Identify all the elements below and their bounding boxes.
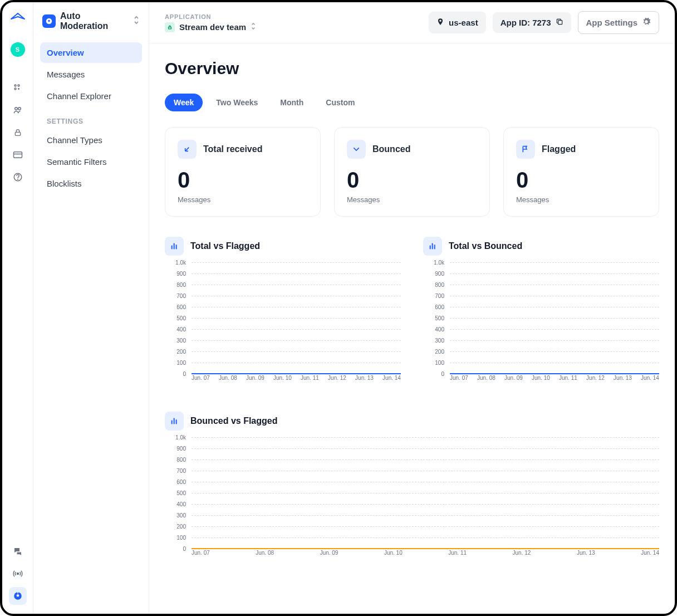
sidebar: Auto Moderation Overview Messages Channe… bbox=[33, 2, 149, 614]
moderation-header-icon bbox=[42, 14, 56, 28]
svg-rect-19 bbox=[174, 243, 175, 250]
icon-rail: S bbox=[2, 2, 33, 614]
svg-rect-6 bbox=[13, 152, 22, 158]
pin-icon bbox=[436, 17, 444, 28]
chart-total-vs-bounced: Total vs Bounced 1.0k9008007006005004003… bbox=[423, 237, 659, 385]
svg-rect-22 bbox=[432, 243, 433, 250]
region-selector[interactable]: us-east bbox=[429, 12, 486, 33]
page-title: Overview bbox=[165, 59, 659, 78]
app-id-label: App ID: 7273 bbox=[501, 18, 551, 27]
lock-icon[interactable] bbox=[9, 124, 27, 141]
tab-week[interactable]: Week bbox=[165, 94, 203, 111]
svg-rect-24 bbox=[171, 421, 173, 424]
sidebar-title: Auto Moderation bbox=[60, 11, 129, 31]
application-label: APPLICATION bbox=[165, 13, 422, 20]
flag-icon bbox=[516, 140, 535, 159]
card-sub: Messages bbox=[347, 195, 477, 204]
chart-title: Total vs Flagged bbox=[190, 241, 260, 251]
svg-point-1 bbox=[18, 85, 19, 86]
svg-rect-25 bbox=[174, 418, 175, 424]
chevron-updown-icon bbox=[251, 22, 256, 32]
stream-logo-icon[interactable] bbox=[10, 11, 26, 25]
svg-point-0 bbox=[14, 85, 16, 86]
svg-rect-17 bbox=[558, 21, 562, 25]
card-bounced: Bounced 0 Messages bbox=[334, 127, 490, 217]
app-settings-button[interactable]: App Settings bbox=[578, 11, 660, 34]
sidebar-header[interactable]: Auto Moderation bbox=[40, 11, 142, 42]
card-sub: Messages bbox=[178, 195, 308, 204]
svg-rect-21 bbox=[430, 246, 431, 250]
svg-rect-5 bbox=[15, 132, 20, 135]
time-range-tabs: Week Two Weeks Month Custom bbox=[165, 94, 659, 111]
card-total-received: Total received 0 Messages bbox=[165, 127, 321, 217]
svg-point-2 bbox=[14, 88, 16, 90]
apps-icon[interactable] bbox=[9, 79, 27, 97]
svg-rect-26 bbox=[176, 419, 177, 424]
svg-rect-23 bbox=[434, 245, 435, 249]
chart-total-vs-flagged: Total vs Flagged 1.0k9008007006005004003… bbox=[165, 237, 401, 385]
chat-icon[interactable] bbox=[9, 542, 27, 560]
svg-point-3 bbox=[14, 107, 17, 110]
card-flagged: Flagged 0 Messages bbox=[503, 127, 659, 217]
card-sub: Messages bbox=[516, 195, 646, 204]
app-switcher[interactable]: Stream dev team bbox=[165, 22, 422, 32]
chevron-updown-icon bbox=[133, 16, 140, 27]
sidebar-item-channel-types[interactable]: Channel Types bbox=[40, 130, 142, 150]
app-settings-label: App Settings bbox=[586, 18, 638, 27]
svg-rect-16 bbox=[169, 27, 171, 28]
bar-chart-icon bbox=[165, 237, 184, 256]
chart-title: Total vs Bounced bbox=[449, 241, 522, 251]
broadcast-icon[interactable] bbox=[9, 565, 27, 583]
sidebar-section-label: SETTINGS bbox=[40, 107, 142, 130]
svg-point-15 bbox=[48, 20, 50, 22]
bar-chart-icon bbox=[423, 237, 442, 256]
app-id-pill[interactable]: App ID: 7273 bbox=[493, 12, 571, 33]
arrow-in-icon bbox=[178, 140, 197, 159]
bar-chart-icon bbox=[165, 412, 184, 431]
tab-month[interactable]: Month bbox=[271, 94, 312, 111]
sidebar-item-blocklists[interactable]: Blocklists bbox=[40, 173, 142, 194]
topbar: APPLICATION Stream dev team us-east App … bbox=[149, 2, 675, 43]
svg-rect-13 bbox=[17, 592, 18, 593]
svg-point-4 bbox=[18, 107, 21, 110]
card-title: Flagged bbox=[542, 144, 576, 154]
chart-title: Bounced vs Flagged bbox=[190, 416, 277, 426]
svg-point-10 bbox=[17, 573, 18, 575]
bounce-icon bbox=[347, 140, 366, 159]
team-icon[interactable] bbox=[9, 101, 27, 119]
tab-custom[interactable]: Custom bbox=[317, 94, 364, 111]
svg-point-12 bbox=[16, 594, 19, 597]
help-icon[interactable] bbox=[9, 168, 27, 186]
sidebar-item-semantic-filters[interactable]: Semantic Filters bbox=[40, 151, 142, 172]
sidebar-item-channel-explorer[interactable]: Channel Explorer bbox=[40, 86, 142, 106]
card-value: 0 bbox=[178, 169, 308, 191]
region-label: us-east bbox=[449, 18, 478, 27]
moderation-icon[interactable] bbox=[9, 587, 27, 605]
card-title: Bounced bbox=[372, 144, 410, 154]
sidebar-item-messages[interactable]: Messages bbox=[40, 64, 142, 85]
card-title: Total received bbox=[203, 144, 262, 154]
copy-icon bbox=[556, 18, 563, 27]
billing-icon[interactable] bbox=[9, 146, 27, 164]
sidebar-item-overview[interactable]: Overview bbox=[40, 42, 142, 63]
svg-rect-18 bbox=[171, 246, 173, 250]
card-value: 0 bbox=[347, 169, 477, 191]
svg-point-9 bbox=[17, 179, 18, 179]
gear-icon bbox=[642, 17, 651, 28]
card-value: 0 bbox=[516, 169, 646, 191]
org-avatar[interactable]: S bbox=[11, 42, 25, 57]
lock-badge-icon bbox=[165, 22, 175, 32]
tab-two-weeks[interactable]: Two Weeks bbox=[207, 94, 267, 111]
chart-bounced-vs-flagged: Bounced vs Flagged 1.0k90080070060050040… bbox=[165, 412, 659, 560]
svg-rect-20 bbox=[176, 245, 177, 249]
app-name: Stream dev team bbox=[179, 22, 246, 32]
